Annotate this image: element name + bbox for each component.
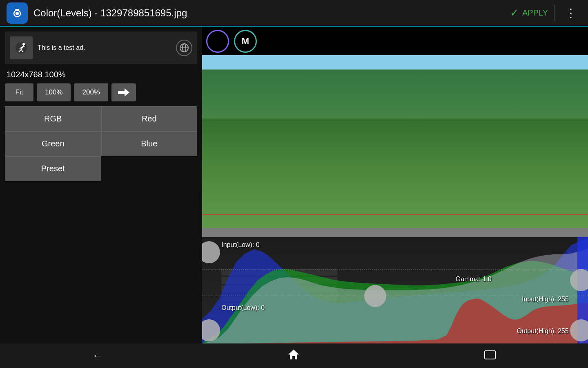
ad-text: This is a test ad. — [38, 44, 171, 52]
ad-banner: This is a test ad. — [5, 31, 197, 64]
left-panel: This is a test ad. 1024x768 100% Fit 100… — [0, 27, 202, 343]
mode-off-button[interactable] — [206, 30, 229, 53]
mode-m-button[interactable]: M — [234, 30, 257, 53]
red-channel-button[interactable]: Red — [101, 106, 198, 131]
home-button[interactable] — [275, 346, 312, 366]
red-line — [202, 214, 588, 215]
right-panel: M — [202, 27, 588, 343]
zoom-controls: Fit 100% 200% — [0, 83, 202, 106]
zoom-100-button[interactable]: 100% — [37, 83, 71, 101]
histogram-container: Input(Low): 0 Gamma: 1.0 Input(High): 25… — [202, 237, 588, 343]
back-button[interactable]: ← — [80, 346, 116, 366]
ad-icon — [10, 36, 33, 59]
main-content: This is a test ad. 1024x768 100% Fit 100… — [0, 27, 588, 343]
input-high-label: Input(High): 255 — [522, 296, 569, 303]
blue-channel-button[interactable]: Blue — [101, 131, 198, 156]
svg-point-5 — [22, 43, 25, 45]
zoom-200-button[interactable]: 200% — [74, 83, 108, 101]
mode-m-label: M — [242, 36, 249, 47]
output-low-label: Output(Low): 0 — [221, 304, 265, 312]
app-icon — [7, 2, 28, 24]
svg-point-3 — [16, 12, 19, 15]
apply-label: APPLY — [522, 8, 548, 18]
green-channel-button[interactable]: Green — [5, 131, 101, 156]
vertical-divider — [555, 5, 555, 21]
page-title: Color(Levels) - 1329789851695.jpg — [33, 7, 505, 19]
recents-button[interactable] — [472, 346, 508, 366]
mode-controls: M — [206, 30, 257, 53]
topbar: Color(Levels) - 1329789851695.jpg ✓ APPL… — [0, 0, 588, 27]
check-icon: ✓ — [510, 7, 519, 19]
apply-button[interactable]: ✓ APPLY — [505, 3, 553, 22]
ad-globe-button[interactable] — [176, 40, 192, 56]
tree-layer — [202, 70, 588, 228]
guide-line-top — [202, 269, 588, 269]
svg-rect-18 — [485, 351, 495, 359]
svg-marker-17 — [288, 350, 299, 359]
image-dimensions: 1024x768 100% — [0, 64, 202, 83]
swap-button[interactable] — [111, 83, 136, 101]
nav-bar: ← — [0, 343, 588, 368]
gamma-handle[interactable] — [364, 285, 386, 307]
output-high-label: Output(High): 255 — [517, 328, 569, 335]
svg-marker-14 — [118, 88, 129, 96]
channel-grid: RGB Red Green Blue Preset — [5, 106, 197, 181]
input-low-label: Input(Low): 0 — [221, 241, 259, 249]
zoom-fit-button[interactable]: Fit — [5, 83, 33, 101]
gamma-label: Gamma: 1.0 — [456, 276, 492, 283]
menu-dots-button[interactable]: ⋮ — [560, 3, 581, 23]
svg-rect-2 — [15, 9, 19, 11]
preset-button[interactable]: Preset — [5, 156, 101, 181]
rgb-channel-button[interactable]: RGB — [5, 106, 101, 131]
